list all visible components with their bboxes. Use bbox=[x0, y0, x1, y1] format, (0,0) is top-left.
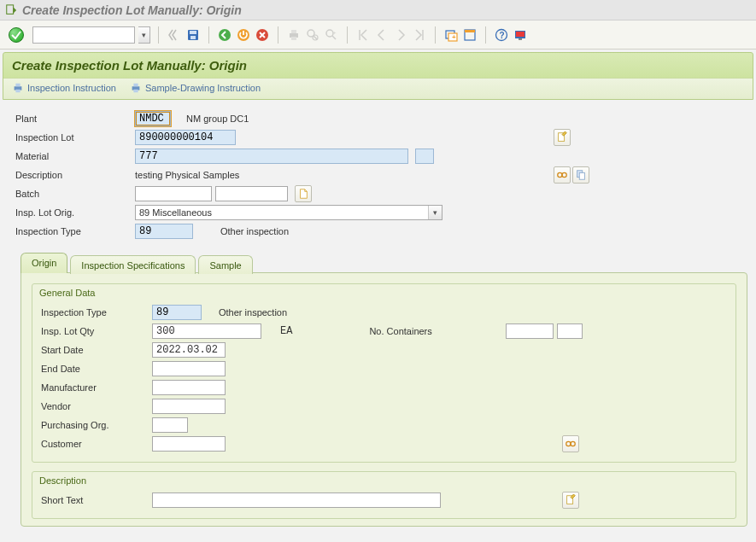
object-links-button[interactable] bbox=[554, 166, 571, 184]
gd-inspection-type-label: Inspection Type bbox=[41, 307, 152, 318]
tab-origin-body: General Data Inspection Type 89 Other in… bbox=[21, 272, 747, 527]
action-label: Inspection Instruction bbox=[27, 83, 116, 93]
gd-inspection-type-field[interactable]: 89 bbox=[152, 305, 202, 320]
gd-customer-field[interactable] bbox=[152, 436, 226, 452]
gd-start-date-field[interactable]: 2022.03.02 bbox=[152, 342, 226, 358]
batch-create-button[interactable] bbox=[295, 185, 312, 202]
material-label: Material bbox=[15, 151, 135, 161]
svg-rect-27 bbox=[15, 84, 20, 87]
inspection-type-label: Inspection Type bbox=[15, 226, 135, 236]
toolbar-separator bbox=[208, 26, 209, 44]
svg-rect-24 bbox=[516, 32, 525, 37]
material-aux-field[interactable] bbox=[415, 149, 434, 164]
plant-label: Plant bbox=[15, 114, 135, 124]
gd-customer-label: Customer bbox=[41, 439, 152, 449]
first-page-icon bbox=[355, 27, 371, 43]
sample-drawing-instruction-button[interactable]: Sample-Drawing Instruction bbox=[130, 82, 261, 94]
action-label: Sample-Drawing Instruction bbox=[145, 83, 261, 93]
toolbar-separator bbox=[278, 26, 278, 44]
gd-end-date-label: End Date bbox=[41, 364, 152, 374]
gd-purchasing-org-label: Purchasing Org. bbox=[41, 420, 152, 430]
inspection-instruction-button[interactable]: Inspection Instruction bbox=[12, 82, 116, 94]
exit-icon[interactable] bbox=[236, 27, 251, 43]
command-field-dropdown[interactable]: ▾ bbox=[138, 26, 150, 44]
chevron-down-icon: ▾ bbox=[428, 206, 442, 219]
insp-lot-orig-label: Insp. Lot Orig. bbox=[15, 207, 135, 218]
gd-no-containers-label: No. Containers bbox=[369, 326, 480, 336]
svg-line-11 bbox=[314, 36, 317, 39]
gd-manufacturer-label: Manufacturer bbox=[41, 382, 152, 393]
svg-point-4 bbox=[219, 29, 231, 41]
svg-point-38 bbox=[571, 441, 575, 446]
gd-start-date-label: Start Date bbox=[41, 345, 152, 355]
command-field[interactable] bbox=[32, 26, 135, 44]
print-icon bbox=[12, 82, 24, 94]
gd-vendor-field[interactable] bbox=[152, 399, 226, 414]
copy-button[interactable] bbox=[572, 166, 589, 184]
inspection-type-field[interactable]: 89 bbox=[135, 224, 193, 239]
batch-field[interactable] bbox=[135, 186, 212, 201]
svg-text:+: + bbox=[333, 30, 337, 35]
back-icon[interactable] bbox=[217, 27, 232, 43]
last-page-icon bbox=[412, 27, 427, 43]
svg-rect-28 bbox=[15, 90, 20, 93]
plant-field[interactable]: NMDC bbox=[135, 111, 171, 126]
tab-sample[interactable]: Sample bbox=[198, 255, 252, 274]
object-links-button[interactable] bbox=[562, 435, 579, 452]
svg-point-37 bbox=[566, 441, 571, 446]
tab-origin[interactable]: Origin bbox=[21, 253, 67, 273]
gd-inspection-type-text: Other inspection bbox=[219, 307, 287, 318]
layout-icon[interactable] bbox=[462, 27, 478, 43]
help-icon[interactable]: ? bbox=[494, 27, 509, 43]
enter-button[interactable] bbox=[9, 27, 24, 43]
save-icon[interactable] bbox=[185, 27, 201, 43]
svg-rect-31 bbox=[133, 90, 138, 93]
group-title: Description bbox=[39, 475, 727, 486]
material-field[interactable]: 777 bbox=[135, 149, 408, 164]
page-header: Create Inspection Lot Manually: Origin I… bbox=[3, 52, 753, 100]
long-text-button[interactable] bbox=[562, 492, 579, 509]
gd-purchasing-org-field[interactable] bbox=[152, 417, 188, 433]
gd-end-date-field[interactable] bbox=[152, 361, 226, 376]
app-menu-icon[interactable] bbox=[5, 4, 17, 16]
header-form: Plant NMDC NM group DC1 Inspection Lot 8… bbox=[0, 102, 756, 241]
short-text-field[interactable] bbox=[152, 492, 441, 508]
material-description: testing Physical Samples bbox=[135, 170, 239, 180]
batch-aux-field[interactable] bbox=[215, 186, 288, 201]
gd-manufacturer-field[interactable] bbox=[152, 380, 226, 395]
new-session-icon[interactable]: + bbox=[443, 27, 459, 43]
gd-no-containers-uom-field[interactable] bbox=[557, 323, 583, 339]
short-text-label: Short Text bbox=[41, 495, 152, 505]
toolbar-separator bbox=[485, 26, 486, 44]
batch-label: Batch bbox=[15, 189, 135, 199]
svg-rect-2 bbox=[190, 31, 196, 34]
window-title-bar: Create Inspection Lot Manually: Origin bbox=[0, 0, 756, 20]
system-toolbar: ▾ + + ? bbox=[0, 20, 756, 50]
tab-inspection-specifications[interactable]: Inspection Specifications bbox=[70, 255, 196, 274]
tab-strip: Origin Inspection Specifications Sample bbox=[21, 253, 747, 273]
cancel-icon[interactable] bbox=[255, 27, 270, 43]
group-title: General Data bbox=[39, 288, 727, 298]
gd-vendor-label: Vendor bbox=[41, 401, 152, 411]
svg-point-13 bbox=[326, 30, 333, 37]
change-document-button[interactable] bbox=[554, 129, 571, 146]
prev-page-icon bbox=[374, 27, 390, 43]
svg-rect-36 bbox=[579, 172, 584, 179]
application-toolbar: Inspection Instruction Sample-Drawing In… bbox=[3, 78, 753, 99]
local-layout-icon[interactable] bbox=[513, 27, 528, 43]
plant-description: NM group DC1 bbox=[186, 114, 249, 124]
gd-insp-lot-qty-field[interactable]: 300 bbox=[152, 323, 261, 339]
svg-rect-25 bbox=[519, 38, 522, 40]
svg-rect-3 bbox=[190, 36, 196, 39]
insp-lot-orig-dropdown[interactable]: 89 Miscellaneous ▾ bbox=[135, 205, 442, 220]
svg-rect-20 bbox=[465, 30, 475, 32]
gd-no-containers-field[interactable] bbox=[506, 323, 554, 339]
svg-text:+: + bbox=[452, 33, 456, 41]
svg-point-34 bbox=[562, 172, 566, 177]
inspection-lot-field[interactable]: 890000000104 bbox=[135, 130, 236, 145]
dropdown-value: 89 Miscellaneous bbox=[139, 207, 212, 218]
page-title: Create Inspection Lot Manually: Origin bbox=[3, 53, 753, 78]
svg-rect-0 bbox=[7, 4, 14, 14]
find-next-icon: + bbox=[324, 27, 339, 43]
print-icon bbox=[286, 27, 302, 43]
